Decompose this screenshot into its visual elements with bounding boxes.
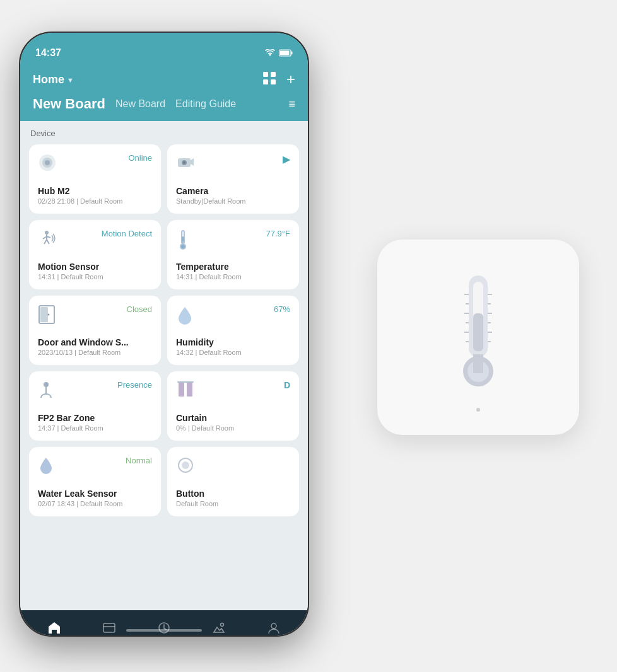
button-name: Button: [176, 489, 290, 499]
automation-nav-icon: [157, 621, 171, 636]
humidity-status: 67%: [274, 304, 290, 314]
tab-new-board[interactable]: New Board: [115, 98, 165, 110]
home-nav-icon: [47, 621, 61, 636]
svg-rect-34: [103, 623, 115, 632]
temperature-subtitle: 14:31 | Default Room: [176, 273, 290, 281]
thermometer-illustration: [428, 263, 529, 402]
board-menu-icon[interactable]: ≡: [288, 98, 295, 111]
svg-point-38: [271, 623, 276, 629]
device-card-hub[interactable]: Online Hub M2 02/28 21:08 | Default Room: [29, 144, 161, 214]
device-card-camera[interactable]: ▶ Camera Standby|Default Room: [167, 144, 299, 214]
motion-name: Motion Sensor: [38, 262, 152, 272]
nav-profile[interactable]: Profile: [247, 621, 302, 636]
curtain-name: Curtain: [176, 413, 290, 423]
device-card-water[interactable]: Normal Water Leak Sensor 02/07 18:43 | D…: [29, 447, 161, 516]
svg-point-9: [45, 160, 50, 165]
nav-accessories[interactable]: Accessories: [81, 621, 136, 636]
motion-icon: [38, 229, 57, 250]
svg-rect-41: [473, 313, 483, 351]
camera-name: Camera: [176, 186, 290, 196]
home-label: Home: [33, 73, 64, 86]
door-name: Door and Window S...: [38, 337, 152, 347]
svg-rect-29: [177, 381, 194, 383]
camera-play-icon[interactable]: ▶: [283, 153, 290, 165]
svg-line-17: [44, 240, 47, 244]
status-icons: [265, 49, 293, 57]
fp2-subtitle: 14:37 | Default Room: [38, 424, 152, 432]
device-card-door[interactable]: Closed Door and Window S... 2023/10/13 |…: [29, 296, 161, 365]
sensor-device-card: [377, 240, 579, 435]
temperature-status: 77.9°F: [266, 229, 290, 238]
grid-icon[interactable]: [262, 71, 276, 88]
door-status: Closed: [127, 304, 152, 314]
header-actions: +: [262, 71, 295, 88]
nav-home[interactable]: Home: [26, 621, 81, 636]
add-icon[interactable]: +: [286, 71, 295, 88]
svg-point-27: [44, 382, 49, 387]
tab-new-board-active[interactable]: New Board: [33, 96, 105, 112]
svg-rect-21: [182, 236, 184, 241]
temperature-icon: [176, 229, 190, 254]
svg-point-33: [182, 461, 189, 469]
svg-point-26: [48, 314, 50, 316]
hub-status: Online: [128, 153, 152, 163]
svg-point-37: [221, 623, 224, 626]
svg-line-18: [47, 240, 49, 244]
home-chevron: ▼: [67, 76, 74, 84]
hub-subtitle: 02/28 21:08 | Default Room: [38, 197, 152, 205]
door-subtitle: 2023/10/13 | Default Room: [38, 349, 152, 356]
motion-status: Motion Detect: [102, 229, 152, 238]
fp2-status: Presence: [117, 380, 152, 390]
fp2-name: FP2 Bar Zone: [38, 413, 152, 423]
curtain-icon: [176, 380, 195, 403]
svg-rect-56: [473, 354, 483, 373]
door-icon: [38, 304, 56, 327]
svg-rect-4: [271, 72, 276, 77]
nav-scene[interactable]: Scene: [192, 621, 247, 636]
svg-point-12: [183, 161, 185, 164]
nav-automation[interactable]: Automation: [136, 621, 191, 636]
svg-rect-30: [179, 383, 184, 397]
tab-editing-guide[interactable]: Editing Guide: [175, 98, 236, 110]
status-time: 14:37: [35, 47, 61, 59]
svg-rect-1: [291, 52, 293, 55]
sensor-dot-indicator: [476, 408, 480, 412]
board-tabs: New Board New Board Editing Guide ≡: [20, 96, 308, 121]
button-device-icon: [176, 456, 195, 477]
humidity-name: Humidity: [176, 337, 290, 347]
wifi-icon: [265, 49, 275, 57]
device-card-button[interactable]: Button Default Room: [167, 447, 299, 516]
temperature-name: Temperature: [176, 262, 290, 272]
device-card-fp2[interactable]: Presence FP2 Bar Zone 14:37 | Default Ro…: [29, 371, 161, 441]
accessories-nav-icon: [102, 621, 116, 636]
humidity-subtitle: 14:32 | Default Room: [176, 349, 290, 356]
svg-rect-25: [40, 307, 48, 322]
water-name: Water Leak Sensor: [38, 489, 152, 499]
svg-point-13: [45, 231, 49, 235]
curtain-status: D: [284, 380, 290, 390]
svg-rect-6: [271, 79, 276, 84]
hub-name: Hub M2: [38, 186, 152, 196]
humidity-icon: [176, 304, 194, 328]
camera-subtitle: Standby|Default Room: [176, 197, 290, 205]
phone-frame: 14:37 Home ▼: [19, 32, 309, 637]
svg-rect-5: [263, 79, 268, 84]
bottom-nav: Home Accessories Automat: [20, 610, 308, 635]
home-indicator: [126, 629, 202, 632]
motion-subtitle: 14:31 | Default Room: [38, 273, 152, 281]
svg-rect-2: [280, 51, 290, 55]
device-card-motion[interactable]: Motion Detect Motion Sensor 14:31 | Defa…: [29, 220, 161, 289]
svg-rect-31: [187, 383, 192, 397]
device-card-temperature[interactable]: 77.9°F Temperature 14:31 | Default Room: [167, 220, 299, 289]
app-header: Home ▼ +: [20, 66, 308, 96]
content-area: Device Online: [20, 121, 308, 610]
water-status: Normal: [126, 456, 152, 465]
svg-rect-3: [263, 72, 268, 77]
device-grid: Online Hub M2 02/28 21:08 | Default Room: [29, 144, 299, 516]
curtain-subtitle: 0% | Default Room: [176, 424, 290, 432]
home-title-container[interactable]: Home ▼: [33, 73, 74, 86]
camera-icon: [176, 153, 195, 173]
device-card-curtain[interactable]: D Curtain 0% | Default Room: [167, 371, 299, 441]
device-card-humidity[interactable]: 67% Humidity 14:32 | Default Room: [167, 296, 299, 365]
profile-nav-icon: [267, 621, 281, 636]
